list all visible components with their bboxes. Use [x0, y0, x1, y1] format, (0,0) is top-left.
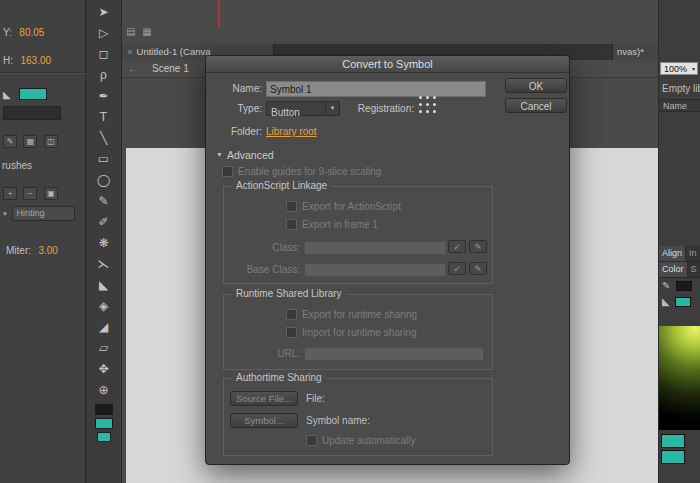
- library-name-column-header[interactable]: Name: [659, 99, 700, 112]
- checkbox-label: Export in frame 1: [302, 219, 378, 230]
- bone-tool[interactable]: ⋋: [91, 254, 117, 275]
- subselection-tool[interactable]: ▷: [91, 23, 117, 44]
- source-file-button[interactable]: Source File...: [230, 391, 298, 406]
- export-in-frame-1-checkbox[interactable]: Export in frame 1: [286, 219, 378, 230]
- align-info-tab-row: AlignIn: [659, 246, 700, 262]
- type-value: Button: [267, 106, 300, 119]
- miter-label: Miter:: [6, 245, 31, 256]
- checkbox-box: [222, 166, 233, 177]
- right-dock: 100% ▾ Empty libra Name AlignIn ColorS ✎…: [658, 0, 700, 483]
- import-runtime-sharing-checkbox[interactable]: Import for runtime sharing: [286, 327, 417, 338]
- zoom-tool[interactable]: ⊕: [91, 380, 117, 401]
- miter-value[interactable]: 3.00: [38, 245, 57, 256]
- fill-color-icon[interactable]: ◣: [662, 296, 670, 307]
- zoom-control[interactable]: 100% ▾: [660, 62, 698, 75]
- line-tool[interactable]: ╲: [91, 128, 117, 149]
- rectangle-tool[interactable]: ▭: [91, 149, 117, 170]
- eraser-tool[interactable]: ▱: [91, 338, 117, 359]
- stroke-color-icon[interactable]: ✎: [662, 280, 670, 291]
- hand-tool[interactable]: ✥: [91, 359, 117, 380]
- ok-button[interactable]: OK: [505, 78, 567, 93]
- tab-color[interactable]: Color: [659, 262, 688, 277]
- triangle-down-icon: ▼: [216, 151, 223, 158]
- file-label: File:: [306, 393, 325, 404]
- advanced-disclosure[interactable]: ▼Advanced: [216, 145, 274, 163]
- symbol-button[interactable]: Symbol...: [230, 413, 298, 428]
- symbol-name-input[interactable]: [266, 81, 486, 97]
- validate-base-class-button[interactable]: ✓: [448, 262, 466, 275]
- validate-class-button[interactable]: ✓: [448, 240, 466, 253]
- tools-panel: ➤ ▷ ◻ ρ ✒ T ╲ ▭ ◯ ✎ ✐ ❋ ⋋ ◣ ◈ ◢ ▱ ✥ ⊕: [86, 0, 122, 483]
- text-tool[interactable]: T: [91, 107, 117, 128]
- registration-grid[interactable]: [419, 96, 440, 117]
- tab-label-partial: nvas)*: [617, 46, 644, 57]
- url-field[interactable]: [304, 347, 484, 361]
- fill-color-swatch[interactable]: [19, 88, 47, 100]
- export-runtime-sharing-checkbox[interactable]: Export for runtime sharing: [286, 309, 417, 320]
- back-icon[interactable]: ←: [128, 60, 138, 77]
- y-coordinate-label: Y:: [3, 27, 12, 38]
- tab-second-document[interactable]: nvas)*: [612, 44, 658, 60]
- checkbox-box: [286, 219, 297, 230]
- fill-color-chip[interactable]: [675, 297, 691, 307]
- authortime-sharing-group: Authortime Sharing Source File... File: …: [223, 378, 493, 456]
- name-label: Name:: [214, 83, 262, 94]
- free-transform-tool[interactable]: ◻: [91, 44, 117, 65]
- teal-swatch-2[interactable]: [661, 450, 685, 464]
- fill-color-chip[interactable]: [95, 418, 113, 429]
- base-class-field[interactable]: [304, 263, 446, 277]
- pencil-tool[interactable]: ✎: [91, 191, 117, 212]
- playhead-guide-line: [218, 0, 220, 27]
- new-layer-icon[interactable]: ▤: [126, 26, 135, 37]
- folder-link[interactable]: Library root: [266, 126, 317, 137]
- type-dropdown[interactable]: Button ▼: [266, 101, 340, 116]
- y-coordinate-value[interactable]: 80.05: [19, 27, 44, 38]
- pen-tool[interactable]: ✒: [91, 86, 117, 107]
- stroke-color-chip[interactable]: [95, 404, 113, 415]
- ink-bottle-tool[interactable]: ◈: [91, 296, 117, 317]
- checkbox-label: Import for runtime sharing: [302, 327, 417, 338]
- deco-tool[interactable]: ❋: [91, 233, 117, 254]
- stroke-style-box[interactable]: [3, 106, 61, 120]
- teal-swatch-1[interactable]: [661, 434, 685, 448]
- color-spectrum-picker[interactable]: [659, 326, 700, 430]
- properties-panel: Y: 80.05 H: 163.00 ◣ ✎ ▦ ◫ rushes + − ▣ …: [0, 0, 86, 483]
- paint-bucket-tool[interactable]: ◣: [91, 275, 117, 296]
- height-label: H:: [3, 55, 13, 66]
- remove-brush-icon[interactable]: −: [23, 187, 37, 200]
- zoom-value: 100%: [664, 64, 687, 74]
- add-brush-icon[interactable]: +: [3, 187, 17, 200]
- edit-class-button[interactable]: ✎: [469, 240, 487, 253]
- symbol-name-label: Symbol name:: [306, 415, 370, 426]
- chevron-down-icon[interactable]: ▼: [2, 211, 8, 217]
- tab-info-partial[interactable]: In: [686, 246, 697, 261]
- eyedropper-tool[interactable]: ◢: [91, 317, 117, 338]
- update-automatically-checkbox[interactable]: Update automatically: [306, 435, 415, 446]
- convert-to-symbol-dialog: Convert to Symbol Name: OK Cancel Type: …: [205, 55, 570, 465]
- tab-align[interactable]: Align: [659, 246, 686, 261]
- pencil-mode-icon[interactable]: ✎: [3, 135, 17, 148]
- grid-mode-icon[interactable]: ▦: [23, 135, 37, 148]
- export-for-actionscript-checkbox[interactable]: Export for ActionScript: [286, 201, 401, 212]
- object-mode-icon[interactable]: ◫: [44, 135, 58, 148]
- dialog-title: Convert to Symbol: [206, 56, 569, 73]
- nine-slice-checkbox[interactable]: Enable guides for 9-slice scaling: [222, 166, 381, 177]
- swatch-small-1[interactable]: [97, 432, 111, 442]
- hinting-dropdown[interactable]: Hinting: [12, 206, 75, 221]
- class-field[interactable]: [304, 241, 446, 255]
- delete-layer-icon[interactable]: ▦: [142, 26, 151, 37]
- folder-label: Folder:: [214, 126, 262, 137]
- brush-tool[interactable]: ✐: [91, 212, 117, 233]
- advanced-label: Advanced: [227, 149, 274, 161]
- selection-tool[interactable]: ➤: [91, 2, 117, 23]
- cancel-button[interactable]: Cancel: [505, 98, 567, 113]
- stroke-color-chip[interactable]: [676, 281, 692, 291]
- lasso-tool[interactable]: ρ: [91, 65, 117, 86]
- tab-swatches-partial[interactable]: S: [688, 262, 697, 277]
- edit-base-class-button[interactable]: ✎: [469, 262, 487, 275]
- close-icon[interactable]: ×: [127, 46, 133, 57]
- checkbox-label: Update automatically: [322, 435, 415, 446]
- oval-tool[interactable]: ◯: [91, 170, 117, 191]
- height-value[interactable]: 163.00: [20, 55, 51, 66]
- brush-grid-icon[interactable]: ▣: [44, 187, 58, 200]
